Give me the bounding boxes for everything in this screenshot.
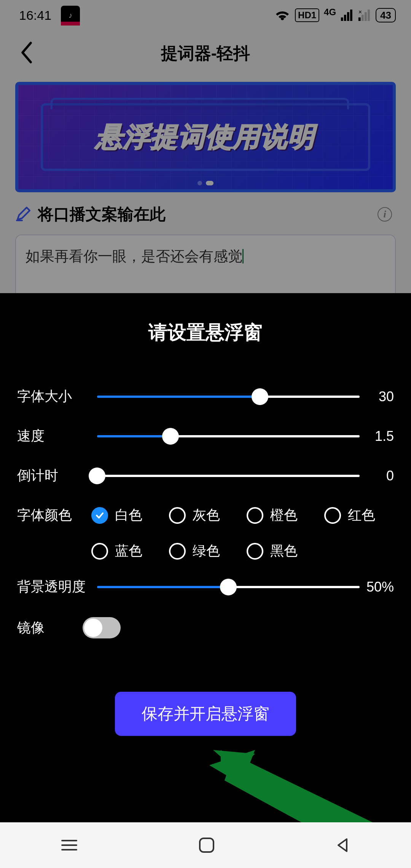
- font-color-label: 字体颜色: [17, 506, 91, 525]
- color-label: 黑色: [270, 542, 298, 560]
- font-size-slider[interactable]: [97, 389, 360, 404]
- radio-icon: [169, 543, 186, 560]
- color-option-gray[interactable]: 灰色: [169, 506, 220, 525]
- countdown-slider[interactable]: [97, 468, 360, 483]
- radio-icon: [169, 507, 186, 524]
- mirror-row: 镜像: [17, 617, 394, 638]
- radio-icon: [247, 543, 263, 560]
- color-label: 橙色: [270, 506, 298, 525]
- color-option-blue[interactable]: 蓝色: [91, 542, 142, 560]
- color-label: 白色: [115, 506, 142, 525]
- radio-icon: [324, 507, 341, 524]
- color-label: 绿色: [193, 542, 220, 560]
- save-and-open-button[interactable]: 保存并开启悬浮窗: [115, 692, 296, 736]
- color-option-black[interactable]: 黑色: [247, 542, 298, 560]
- opacity-label: 背景透明度: [17, 578, 97, 596]
- android-navbar: [0, 822, 411, 868]
- color-option-green[interactable]: 绿色: [169, 542, 220, 560]
- settings-sheet: 请设置悬浮窗 字体大小 30 速度 1.5 倒计时 0 字体颜色: [0, 293, 411, 822]
- slider-thumb[interactable]: [252, 388, 268, 405]
- speed-row: 速度 1.5: [17, 427, 394, 445]
- radio-checked-icon: [91, 507, 108, 524]
- font-size-row: 字体大小 30: [17, 387, 394, 406]
- opacity-value: 50%: [360, 579, 394, 595]
- color-label: 红色: [348, 506, 375, 525]
- mirror-label: 镜像: [17, 619, 45, 637]
- nav-back-button[interactable]: [335, 837, 351, 854]
- speed-value: 1.5: [360, 428, 394, 444]
- opacity-row: 背景透明度 50%: [17, 578, 394, 596]
- slider-thumb[interactable]: [89, 468, 105, 484]
- countdown-value: 0: [360, 468, 394, 484]
- mirror-toggle[interactable]: [83, 617, 121, 638]
- color-option-orange[interactable]: 橙色: [247, 506, 298, 525]
- speed-slider[interactable]: [97, 429, 360, 444]
- nav-recent-button[interactable]: [60, 838, 79, 853]
- color-option-red[interactable]: 红色: [324, 506, 375, 525]
- slider-thumb[interactable]: [220, 579, 237, 595]
- slider-thumb[interactable]: [162, 428, 179, 445]
- svg-rect-15: [200, 838, 213, 852]
- radio-icon: [247, 507, 263, 524]
- color-option-white[interactable]: 白色: [91, 506, 142, 525]
- countdown-label: 倒计时: [17, 466, 97, 485]
- font-size-value: 30: [360, 389, 394, 405]
- sheet-title: 请设置悬浮窗: [17, 320, 394, 345]
- opacity-slider[interactable]: [97, 579, 360, 595]
- countdown-row: 倒计时 0: [17, 466, 394, 485]
- nav-home-button[interactable]: [198, 836, 215, 854]
- speed-label: 速度: [17, 427, 97, 445]
- color-label: 灰色: [193, 506, 220, 525]
- color-label: 蓝色: [115, 542, 142, 560]
- font-color-section: 字体颜色 白色 灰色 橙色 红色: [17, 506, 394, 560]
- font-size-label: 字体大小: [17, 387, 97, 406]
- radio-icon: [91, 543, 108, 560]
